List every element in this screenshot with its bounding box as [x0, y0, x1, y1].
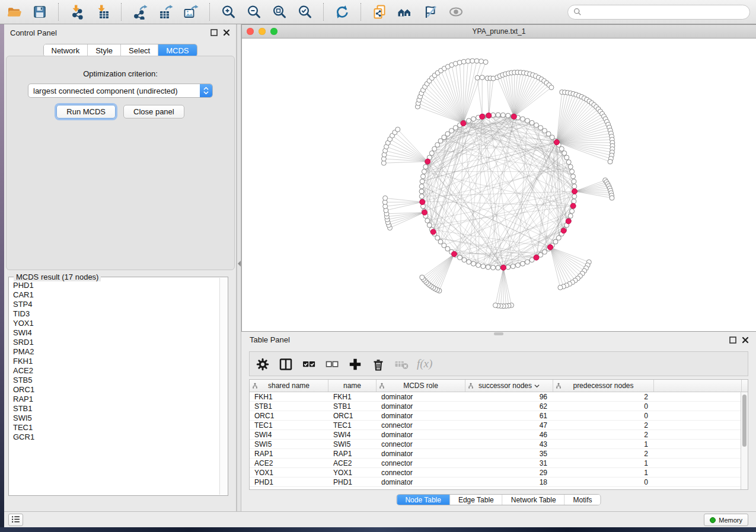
optimization-criterion-select[interactable]: largest connected component (undirected)	[28, 84, 213, 98]
import-network-button[interactable]	[69, 4, 85, 20]
mcds-result-item[interactable]: SWI4	[13, 328, 219, 338]
mcds-result-item[interactable]: TID3	[13, 309, 219, 319]
export-table-button[interactable]	[157, 4, 174, 20]
open-session-button[interactable]	[6, 4, 23, 20]
create-column-button[interactable]	[347, 356, 362, 371]
table-tab-edge-table[interactable]: Edge Table	[450, 495, 503, 505]
close-table-panel-icon[interactable]	[742, 336, 749, 344]
panel-splitter[interactable]	[237, 24, 241, 511]
table-row[interactable]: STB1STB1dominator620	[250, 402, 741, 411]
import-table-button[interactable]	[94, 4, 111, 20]
network-window-titlebar[interactable]: YPA_prune.txt_1	[242, 25, 756, 39]
clone-network-button[interactable]	[371, 4, 388, 20]
table-row[interactable]: RAP1RAP1dominator352	[250, 449, 741, 459]
table-row[interactable]: TEC1TEC1connector472	[250, 421, 741, 430]
table-tab-motifs[interactable]: Motifs	[565, 495, 601, 505]
table-scrollbar-thumb[interactable]	[742, 395, 747, 447]
criterion-selected-value: largest connected component (undirected)	[28, 86, 200, 95]
tab-mcds[interactable]: MCDS	[158, 44, 196, 56]
column-layout-button[interactable]	[277, 356, 293, 371]
table-cell: 1	[553, 459, 654, 467]
window-close-button[interactable]	[247, 28, 254, 35]
table-row[interactable]: SWI4SWI4dominator462	[250, 430, 741, 440]
floppy-icon	[32, 4, 47, 20]
tab-select[interactable]: Select	[121, 44, 158, 56]
table-cell: ORC1	[328, 411, 377, 420]
network-graph[interactable]	[242, 39, 755, 331]
mcds-result-item[interactable]: STB1	[13, 404, 219, 414]
export-image-button[interactable]	[183, 4, 199, 20]
save-session-button[interactable]	[31, 4, 48, 20]
mcds-result-list[interactable]: PHD1CAR1STP4TID3YOX1SWI4SRD1PMA2FKH1ACE2…	[9, 278, 219, 495]
run-mcds-button[interactable]: Run MCDS	[56, 105, 116, 118]
mcds-result-item[interactable]: ORC1	[13, 385, 219, 395]
mcds-result-item[interactable]: SWI5	[13, 414, 219, 423]
float-table-panel-icon[interactable]	[729, 336, 736, 344]
float-panel-icon[interactable]	[210, 29, 218, 36]
window-zoom-button[interactable]	[270, 28, 277, 35]
memory-button-label: Memory	[719, 517, 742, 524]
column-header-shared-name[interactable]: shared name	[250, 380, 328, 392]
table-row[interactable]: SWI5SWI5connector431	[250, 440, 741, 449]
column-header-successor-nodes[interactable]: successor nodes	[465, 380, 553, 392]
sort-descending-icon	[534, 384, 540, 388]
mcds-result-item[interactable]: ACE2	[13, 366, 219, 376]
table-scrollbar[interactable]	[741, 392, 748, 489]
table-cell: YOX1	[328, 468, 377, 477]
tab-style[interactable]: Style	[88, 44, 121, 56]
table-cell: 0	[553, 477, 654, 486]
mcds-result-item[interactable]: SRD1	[13, 338, 219, 347]
close-panel-icon[interactable]	[223, 29, 230, 36]
table-cell: STB1	[250, 402, 328, 411]
mcds-result-item[interactable]: TEC1	[13, 423, 219, 432]
table-cell: dominator	[377, 392, 465, 401]
zoom-in-button[interactable]	[220, 4, 237, 20]
column-header-name[interactable]: name	[328, 380, 377, 392]
table-settings-button[interactable]	[254, 356, 270, 371]
apply-preferred-layout-button[interactable]	[334, 4, 350, 20]
search-box[interactable]	[567, 5, 750, 20]
mcds-result-item[interactable]: CAR1	[13, 290, 219, 300]
splitter-collapse-icon[interactable]	[238, 261, 241, 267]
column-header-MCDS-role[interactable]: MCDS role	[377, 380, 465, 392]
zoom-fit-button[interactable]	[271, 4, 288, 20]
mcds-result-item[interactable]: GCR1	[13, 432, 219, 442]
table-toolbar: f(x)	[249, 351, 748, 376]
export-network-button[interactable]	[132, 4, 148, 20]
network-canvas[interactable]	[242, 39, 755, 331]
table-cell: 0	[553, 402, 654, 411]
tab-network[interactable]: Network	[43, 44, 88, 56]
search-input[interactable]	[585, 7, 744, 17]
mcds-result-item[interactable]: YOX1	[13, 319, 219, 328]
deselect-all-rows-button[interactable]	[324, 356, 339, 371]
memory-button[interactable]: Memory	[704, 514, 748, 526]
cybrowser-button[interactable]	[397, 4, 413, 20]
table-row[interactable]: PHD1PHD1dominator180	[250, 477, 741, 487]
window-minimize-button[interactable]	[259, 28, 266, 35]
mcds-list-scrollbar[interactable]	[219, 278, 227, 495]
toggle-graphics-details-button[interactable]	[422, 4, 439, 20]
table-row[interactable]: ORC1ORC1dominator610	[250, 411, 741, 421]
mcds-result-item[interactable]: STB5	[13, 376, 219, 385]
column-header-predecessor-nodes[interactable]: predecessor nodes	[553, 380, 654, 392]
task-history-button[interactable]	[8, 514, 23, 526]
close-panel-button[interactable]: Close panel	[123, 105, 184, 118]
table-row[interactable]: FKH1FKH1dominator962	[250, 392, 741, 402]
table-tab-network-table[interactable]: Network Table	[503, 495, 565, 505]
table-cell: 31	[465, 459, 553, 467]
table-row[interactable]: ACE2ACE2connector311	[250, 459, 741, 468]
zoom-out-button[interactable]	[245, 4, 262, 20]
table-row[interactable]: YOX1YOX1connector291	[250, 468, 741, 477]
table-cell: 2	[553, 392, 654, 401]
mcds-panel: Optimization criterion: largest connecte…	[6, 56, 235, 270]
mcds-result-item[interactable]: FKH1	[13, 357, 219, 366]
mcds-result-item[interactable]: STP4	[13, 300, 219, 309]
table-tab-node-table[interactable]: Node Table	[397, 495, 450, 505]
zoom-selected-button[interactable]	[296, 4, 313, 20]
folder-icon	[7, 4, 22, 20]
mcds-result-item[interactable]: PHD1	[13, 281, 219, 290]
delete-column-button[interactable]	[370, 356, 385, 371]
select-all-rows-button[interactable]	[301, 356, 316, 371]
mcds-result-item[interactable]: PMA2	[13, 347, 219, 357]
mcds-result-item[interactable]: RAP1	[13, 395, 219, 404]
